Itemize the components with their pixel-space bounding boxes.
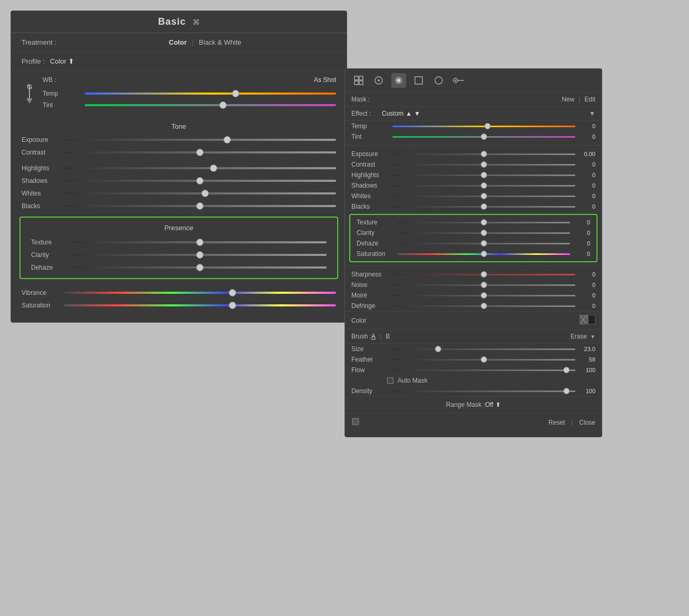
texture-slider[interactable] bbox=[73, 238, 327, 247]
highlights-label: Highlights bbox=[22, 165, 58, 172]
right-noise-thumb[interactable] bbox=[481, 282, 487, 288]
right-defringe-slider[interactable] bbox=[392, 302, 575, 310]
right-flow-slider[interactable] bbox=[392, 366, 575, 374]
texture-thumb[interactable] bbox=[196, 239, 204, 246]
blacks-slider[interactable] bbox=[64, 202, 336, 210]
right-sharpness-thumb[interactable] bbox=[481, 271, 487, 278]
mask-new-btn[interactable]: New bbox=[562, 96, 574, 103]
filter-icon[interactable] bbox=[451, 73, 466, 88]
right-saturation-thumb[interactable] bbox=[481, 251, 487, 257]
highlights-slider[interactable] bbox=[64, 164, 336, 172]
right-size-label: Size bbox=[351, 345, 388, 353]
right-defringe-thumb[interactable] bbox=[481, 303, 487, 309]
vibrance-thumb[interactable] bbox=[229, 289, 236, 296]
clarity-thumb[interactable] bbox=[196, 251, 204, 259]
treatment-bw[interactable]: Black & White bbox=[199, 38, 241, 46]
effect-collapse-arrow[interactable]: ▼ bbox=[589, 110, 595, 117]
dehaze-slider[interactable] bbox=[73, 263, 327, 272]
right-exposure-track bbox=[392, 153, 575, 155]
color-swatch-icon[interactable] bbox=[580, 315, 595, 326]
filled-circle-icon[interactable] bbox=[391, 73, 406, 88]
square-icon[interactable] bbox=[411, 73, 426, 88]
svg-rect-7 bbox=[359, 81, 363, 85]
whites-thumb[interactable] bbox=[201, 190, 209, 197]
right-temp-slider[interactable] bbox=[392, 122, 575, 130]
circle-dot-icon[interactable] bbox=[371, 73, 386, 88]
right-whites-slider[interactable] bbox=[392, 192, 575, 200]
tint-thumb[interactable] bbox=[219, 101, 227, 109]
tint-slider[interactable] bbox=[85, 101, 336, 109]
right-shadows-slider[interactable] bbox=[392, 182, 575, 189]
treatment-color[interactable]: Color bbox=[169, 38, 187, 46]
brush-b-btn[interactable]: B bbox=[386, 333, 390, 340]
right-noise-slider[interactable] bbox=[392, 281, 575, 289]
right-blacks-thumb[interactable] bbox=[481, 203, 487, 210]
oval-icon[interactable] bbox=[431, 73, 446, 88]
right-density-slider[interactable] bbox=[392, 387, 575, 395]
highlights-thumb[interactable] bbox=[210, 165, 217, 172]
grid-icon[interactable] bbox=[351, 73, 366, 88]
dehaze-thumb[interactable] bbox=[196, 264, 204, 271]
temp-slider[interactable] bbox=[85, 89, 336, 98]
clarity-slider[interactable] bbox=[73, 251, 327, 259]
contrast-slider[interactable] bbox=[64, 148, 336, 157]
right-highlights-thumb[interactable] bbox=[481, 172, 487, 178]
right-exposure-label: Exposure bbox=[351, 150, 388, 158]
effect-select[interactable]: Custom ▲ ▼ bbox=[382, 110, 420, 117]
right-dehaze-slider[interactable] bbox=[398, 240, 570, 247]
right-flow-track bbox=[392, 369, 575, 371]
right-flow-thumb[interactable] bbox=[563, 367, 570, 373]
right-feather-thumb[interactable] bbox=[481, 356, 487, 363]
contrast-thumb[interactable] bbox=[196, 149, 204, 156]
exposure-slider[interactable] bbox=[64, 136, 336, 144]
vibrance-slider[interactable] bbox=[64, 289, 336, 297]
right-moire-thumb[interactable] bbox=[481, 292, 487, 299]
right-density-thumb[interactable] bbox=[563, 388, 570, 394]
right-texture-slider[interactable] bbox=[398, 219, 570, 226]
close-btn[interactable]: Close bbox=[579, 419, 595, 426]
bottom-actions: Reset | Close bbox=[549, 419, 595, 426]
wb-label: WB : bbox=[43, 76, 56, 84]
right-tint-thumb[interactable] bbox=[481, 134, 487, 140]
right-contrast-thumb[interactable] bbox=[481, 161, 487, 168]
right-exposure-thumb[interactable] bbox=[481, 151, 487, 157]
right-contrast-slider[interactable] bbox=[392, 161, 575, 168]
reset-btn[interactable]: Reset bbox=[549, 419, 565, 426]
right-texture-thumb[interactable] bbox=[481, 219, 487, 225]
brush-erase-btn[interactable]: Erase bbox=[571, 333, 587, 340]
exposure-thumb[interactable] bbox=[224, 136, 231, 143]
right-saturation-slider[interactable] bbox=[398, 250, 570, 258]
right-feather-slider[interactable] bbox=[392, 356, 575, 363]
right-highlights-slider[interactable] bbox=[392, 171, 575, 179]
right-clarity-row: Clarity 0 bbox=[350, 228, 596, 238]
shadows-thumb[interactable] bbox=[196, 177, 204, 184]
right-exposure-slider[interactable] bbox=[392, 150, 575, 158]
temp-thumb[interactable] bbox=[232, 90, 239, 97]
brush-a-btn[interactable]: A bbox=[371, 333, 376, 340]
right-size-thumb[interactable] bbox=[435, 346, 441, 352]
profile-select[interactable]: Color ⬆ bbox=[50, 57, 74, 65]
right-shadows-thumb[interactable] bbox=[481, 182, 487, 189]
saturation-thumb[interactable] bbox=[229, 302, 236, 309]
right-clarity-slider[interactable] bbox=[398, 229, 570, 237]
right-moire-slider[interactable] bbox=[392, 292, 575, 299]
eyedropper-icon[interactable] bbox=[22, 83, 37, 104]
whites-slider[interactable] bbox=[64, 189, 336, 198]
right-blacks-slider[interactable] bbox=[392, 203, 575, 210]
right-tint-slider[interactable] bbox=[392, 133, 575, 140]
automask-checkbox[interactable] bbox=[387, 377, 393, 384]
right-sharpness-slider[interactable] bbox=[392, 271, 575, 278]
right-clarity-thumb[interactable] bbox=[481, 230, 487, 236]
mask-edit-btn[interactable]: Edit bbox=[584, 96, 595, 103]
shadows-slider[interactable] bbox=[64, 177, 336, 185]
wb-value: As Shot bbox=[314, 76, 336, 84]
right-sharpness-value: 0 bbox=[580, 271, 595, 278]
right-temp-thumb[interactable] bbox=[484, 123, 491, 129]
right-whites-thumb[interactable] bbox=[481, 193, 487, 199]
saturation-slider[interactable] bbox=[64, 301, 336, 310]
blacks-thumb[interactable] bbox=[196, 202, 204, 210]
right-size-slider[interactable] bbox=[392, 345, 575, 353]
brush-arrow[interactable]: ▼ bbox=[590, 334, 595, 340]
right-dehaze-thumb[interactable] bbox=[481, 240, 487, 247]
range-mask-select[interactable]: Off ⬆ bbox=[485, 401, 501, 408]
